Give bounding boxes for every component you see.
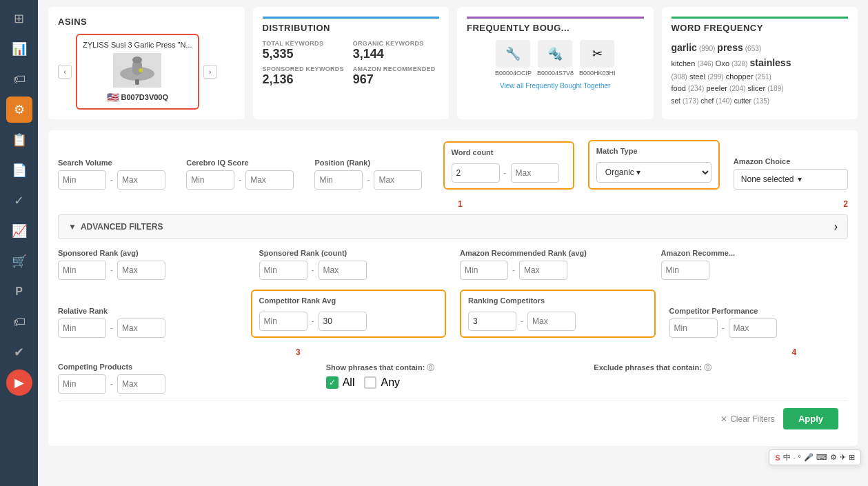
cerebro-iq-inputs: - bbox=[186, 170, 301, 190]
carousel-next-button[interactable]: › bbox=[203, 65, 217, 79]
relative-rank-max[interactable] bbox=[117, 318, 165, 338]
all-checkbox[interactable]: ✓ bbox=[326, 376, 339, 389]
any-checkbox-group[interactable]: Any bbox=[364, 376, 400, 389]
amazon-recommended-count-min[interactable] bbox=[661, 261, 709, 280]
freq-product-3-image: ✂ bbox=[580, 40, 614, 68]
competing-products-max[interactable] bbox=[117, 374, 165, 394]
ranking-competitors-filter: Ranking Competitors - bbox=[460, 290, 656, 338]
amazon-choice-dropdown[interactable]: None selected ▾ bbox=[734, 169, 848, 190]
wf-word-food: food bbox=[672, 84, 686, 92]
asins-card: ASINS ‹ ZYLISS Susi 3 Garlic Press "N... bbox=[48, 7, 245, 119]
frequently-bought-products: 🔧 B00004OCIP 🔩 B00004S7V8 ✂ B000HK03HI bbox=[467, 40, 644, 77]
annotation-row: 1 2 bbox=[58, 199, 848, 209]
competitor-performance-max[interactable] bbox=[729, 318, 777, 338]
amazon-recommended-label: AMAZON RECOMMENDED bbox=[353, 65, 439, 72]
word-count-min-input[interactable] bbox=[452, 163, 500, 183]
wf-word-cutter: cutter bbox=[734, 97, 751, 105]
competitor-performance-min[interactable] bbox=[669, 318, 718, 338]
svg-point-2 bbox=[132, 57, 142, 63]
freq-product-2-id: B00004S7V8 bbox=[537, 70, 574, 77]
svg-rect-3 bbox=[135, 79, 139, 85]
sidebar-item-tag[interactable]: 🏷 bbox=[6, 309, 32, 335]
cerebro-iq-filter: Cerebro IQ Score - bbox=[186, 159, 301, 190]
sponsored-keywords-value: 2,136 bbox=[263, 72, 294, 86]
sidebar-item-checkmark[interactable]: ✔ bbox=[6, 339, 32, 365]
all-checkbox-group[interactable]: ✓ All bbox=[326, 376, 355, 389]
cerebro-iq-min-input[interactable] bbox=[186, 170, 234, 190]
annotation-3: 3 bbox=[296, 347, 301, 357]
sidebar-item-check[interactable]: ✓ bbox=[6, 188, 32, 214]
asin-carousel: ‹ ZYLISS Susi 3 Garlic Press "N... bbox=[58, 34, 235, 110]
asin-product-image bbox=[113, 53, 161, 88]
competitor-rank-avg-max[interactable] bbox=[319, 312, 367, 331]
word-count-max-input[interactable] bbox=[511, 163, 559, 183]
annotation-1: 1 bbox=[458, 199, 463, 209]
distribution-card: DISTRIBUTION TOTAL KEYWORDS 5,335 ORGANI… bbox=[253, 7, 450, 119]
sidebar-item-grid[interactable]: ⊞ bbox=[6, 6, 32, 32]
search-volume-min-input[interactable] bbox=[58, 170, 106, 190]
word-count-label: Word count bbox=[452, 148, 566, 156]
distribution-header: DISTRIBUTION bbox=[263, 17, 440, 33]
amazon-recommended-count-label: Amazon Recomme... bbox=[661, 249, 849, 257]
svg-point-4 bbox=[139, 68, 143, 72]
cerebro-iq-max-input[interactable] bbox=[245, 170, 294, 190]
freq-product-1-image: 🔧 bbox=[496, 40, 530, 68]
wf-word-peeler: peeler bbox=[706, 84, 727, 92]
sponsored-rank-count-min[interactable] bbox=[259, 261, 307, 280]
frequently-bought-card: FREQUENTLY BOUG... 🔧 B00004OCIP 🔩 B00004… bbox=[457, 7, 654, 119]
total-keywords-item: TOTAL KEYWORDS 5,335 bbox=[263, 40, 349, 61]
search-volume-max-input[interactable] bbox=[117, 170, 165, 190]
ranking-competitors-min[interactable] bbox=[468, 312, 516, 331]
x-icon: ✕ bbox=[720, 414, 727, 424]
freq-product-3: ✂ B000HK03HI bbox=[579, 40, 616, 77]
relative-rank-min[interactable] bbox=[58, 318, 106, 338]
position-rank-min-input[interactable] bbox=[314, 170, 363, 190]
clear-filters-button[interactable]: ✕ Clear Filters bbox=[720, 414, 775, 424]
competitor-rank-avg-min[interactable] bbox=[259, 312, 307, 331]
position-rank-max-input[interactable] bbox=[374, 170, 422, 190]
sponsored-rank-count-max[interactable] bbox=[319, 261, 367, 280]
sidebar-item-analytics[interactable]: 📈 bbox=[6, 218, 32, 244]
ranking-competitors-label: Ranking Competitors bbox=[468, 296, 647, 305]
ranking-competitors-max[interactable] bbox=[527, 312, 576, 331]
filter-icon: ▼ bbox=[68, 222, 77, 232]
sidebar-item-p[interactable]: P bbox=[6, 279, 32, 305]
sidebar-item-clipboard[interactable]: 📋 bbox=[6, 127, 32, 153]
amazon-choice-value: None selected bbox=[741, 174, 794, 184]
organic-keywords-label: ORGANIC KEYWORDS bbox=[353, 40, 439, 47]
all-label: All bbox=[343, 376, 355, 389]
any-checkbox[interactable] bbox=[364, 376, 376, 389]
annotation-4: 4 bbox=[792, 347, 797, 357]
search-volume-label: Search Volume bbox=[58, 159, 172, 167]
freq-product-2-image: 🔩 bbox=[538, 40, 572, 68]
competitor-rank-avg-label: Competitor Rank Avg bbox=[259, 296, 438, 305]
view-all-frequently-bought-link[interactable]: View all Frequently Bought Together bbox=[467, 82, 644, 90]
sidebar-item-chart[interactable]: 📊 bbox=[6, 36, 32, 62]
match-type-select[interactable]: Organic ▾ Sponsored Amazon Recommended A… bbox=[596, 162, 711, 183]
organic-keywords-item: ORGANIC KEYWORDS 3,144 bbox=[353, 40, 439, 61]
wf-word-chopper: chopper bbox=[726, 72, 754, 81]
amazon-recommended-avg-max[interactable] bbox=[519, 261, 567, 280]
apply-button[interactable]: Apply bbox=[783, 408, 838, 429]
cards-row: ASINS ‹ ZYLISS Susi 3 Garlic Press "N... bbox=[48, 7, 858, 119]
sponsored-rank-avg-min[interactable] bbox=[58, 261, 106, 280]
sidebar-item-settings[interactable]: ⚙ bbox=[6, 97, 32, 123]
relative-rank-label: Relative Rank bbox=[58, 307, 237, 315]
wf-word-slicer: slicer bbox=[747, 84, 765, 92]
sidebar-item-cart[interactable]: 🛒 bbox=[6, 248, 32, 274]
sponsored-rank-avg-filter: Sponsored Rank (avg) - bbox=[58, 249, 245, 280]
sidebar-item-bookmark[interactable]: 🏷 bbox=[6, 66, 32, 92]
filters-section: Search Volume - Cerebro IQ Score - Posit… bbox=[48, 130, 858, 446]
freq-product-3-id: B000HK03HI bbox=[579, 70, 616, 77]
advanced-filters-toggle[interactable]: ▼ ADVANCED FILTERS › bbox=[58, 214, 848, 239]
advanced-filters-label: ▼ ADVANCED FILTERS bbox=[68, 222, 163, 232]
amazon-recommended-avg-min[interactable] bbox=[460, 261, 508, 280]
sidebar-item-document[interactable]: 📄 bbox=[6, 157, 32, 183]
help-icon-2: ⓪ bbox=[704, 363, 711, 372]
sidebar-item-play[interactable]: ▶ bbox=[6, 369, 32, 396]
carousel-prev-button[interactable]: ‹ bbox=[58, 65, 72, 79]
position-rank-filter: Position (Rank) - bbox=[314, 159, 429, 190]
wf-word-oxo: Oxo bbox=[716, 59, 729, 68]
sponsored-rank-avg-max[interactable] bbox=[117, 261, 165, 280]
competing-products-min[interactable] bbox=[58, 374, 106, 394]
